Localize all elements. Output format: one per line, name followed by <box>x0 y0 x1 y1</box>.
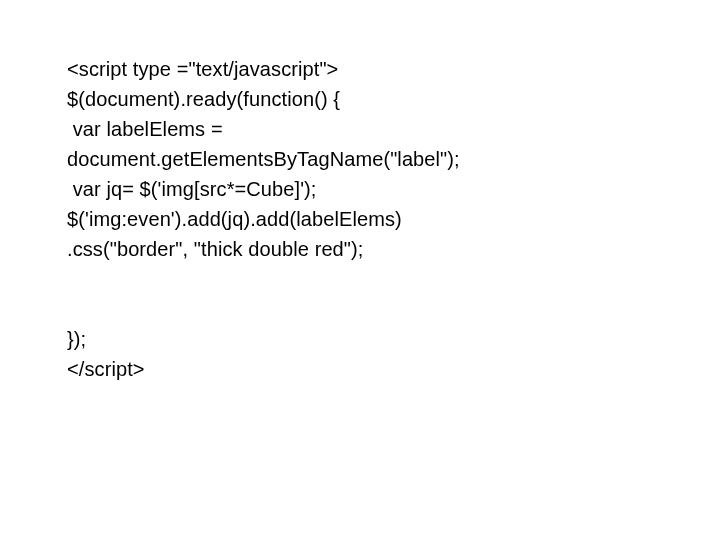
code-line-add-chain: $('img:even').add(jq).add(labelElems) <box>67 204 720 234</box>
code-line-css: .css("border", "thick double red"); <box>67 234 720 264</box>
code-line-var-label-a: var labelElems = <box>67 114 720 144</box>
code-line-blank <box>67 264 720 294</box>
code-line-script-open: <script type ="text/javascript"> <box>67 54 720 84</box>
code-line-blank <box>67 294 720 324</box>
code-snippet-container: <script type ="text/javascript"> $(docum… <box>0 0 720 384</box>
code-line-doc-ready: $(document).ready(function() { <box>67 84 720 114</box>
code-line-close-fn: }); <box>67 324 720 354</box>
code-line-var-label-b: document.getElementsByTagName("label"); <box>67 144 720 174</box>
code-line-script-close: </script> <box>67 354 720 384</box>
code-line-var-jq: var jq= $('img[src*=Cube]'); <box>67 174 720 204</box>
